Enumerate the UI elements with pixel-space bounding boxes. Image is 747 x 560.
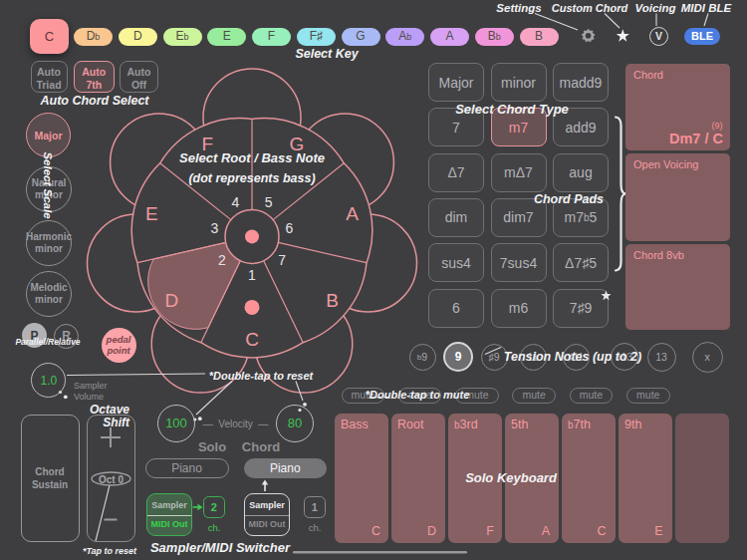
svg-text:6: 6 (286, 220, 294, 236)
svg-text:B: B (326, 290, 339, 311)
svg-text:A: A (346, 203, 359, 224)
svg-text:E: E (145, 203, 158, 224)
svg-text:5: 5 (265, 194, 273, 210)
svg-text:3: 3 (211, 220, 219, 236)
svg-text:2: 2 (218, 252, 226, 268)
svg-text:C: C (245, 329, 259, 350)
svg-text:7: 7 (278, 252, 286, 268)
svg-text:D: D (164, 290, 178, 311)
svg-text:4: 4 (231, 194, 239, 210)
svg-text:1: 1 (248, 267, 256, 283)
